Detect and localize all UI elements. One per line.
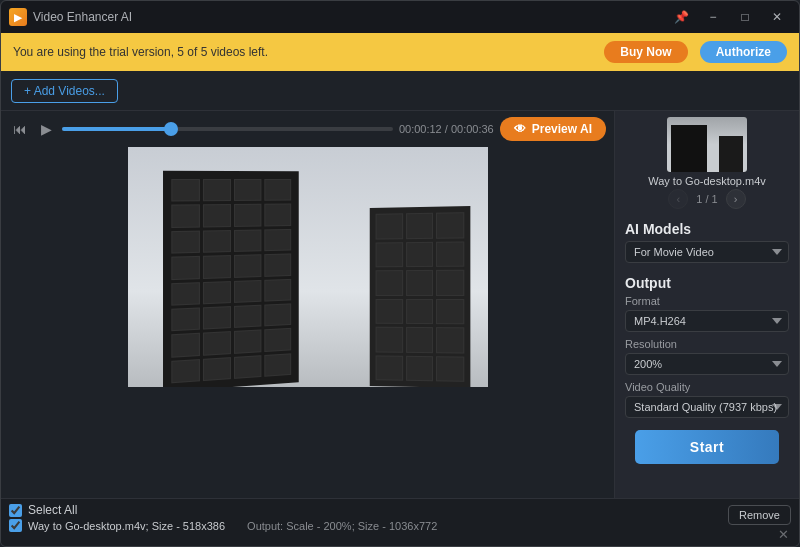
- select-all-label: Select All: [28, 503, 77, 517]
- time-display: 00:00:12 / 00:00:36: [399, 123, 494, 135]
- file-output: Output: Scale - 200%; Size - 1036x772: [247, 520, 437, 532]
- resolution-label: Resolution: [625, 338, 789, 350]
- skip-back-button[interactable]: ⏮: [9, 119, 31, 139]
- titlebar: ▶ Video Enhancer AI 📌 − □ ✕: [1, 1, 799, 33]
- video-area: ⏮ ▶ 00:00:12 / 00:00:36 👁 Preview AI: [1, 111, 614, 498]
- titlebar-controls: 📌 − □ ✕: [667, 7, 791, 27]
- seekbar-thumb[interactable]: [164, 122, 178, 136]
- app-icon: ▶: [9, 8, 27, 26]
- format-select[interactable]: MP4.H264: [625, 310, 789, 332]
- file-name: Way to Go-desktop.m4v; Size - 518x386: [28, 520, 225, 532]
- trial-banner: You are using the trial version, 5 of 5 …: [1, 33, 799, 71]
- ai-models-title: AI Models: [625, 221, 789, 237]
- seekbar[interactable]: [62, 127, 393, 131]
- building-right: [369, 206, 469, 387]
- file-list-area: Select All Remove Way to Go-desktop.m4v;…: [1, 498, 799, 547]
- output-section: Output Format MP4.H264 Resolution 200% V…: [625, 269, 789, 424]
- titlebar-left: ▶ Video Enhancer AI: [9, 8, 132, 26]
- thumbnail-label: Way to Go-desktop.m4v: [648, 175, 766, 187]
- page-indicator: 1 / 1: [696, 193, 717, 205]
- toolbar: + Add Videos...: [1, 71, 799, 111]
- select-all-row: Select All Remove: [9, 503, 791, 517]
- remove-button[interactable]: Remove: [728, 505, 791, 525]
- app-title: Video Enhancer AI: [33, 10, 132, 24]
- right-panel: Way to Go-desktop.m4v ‹ 1 / 1 › AI Model…: [614, 111, 799, 498]
- video-quality-label: Video Quality: [625, 381, 789, 393]
- seekbar-row: ⏮ ▶ 00:00:12 / 00:00:36 👁 Preview AI: [9, 117, 606, 141]
- minimize-button[interactable]: −: [699, 7, 727, 27]
- thumbnail-image: [667, 117, 747, 172]
- select-all-checkbox[interactable]: [9, 504, 22, 517]
- output-title: Output: [625, 275, 789, 291]
- thumbnail-navigation: ‹ 1 / 1 ›: [668, 189, 745, 209]
- add-videos-button[interactable]: + Add Videos...: [11, 79, 118, 103]
- resolution-select[interactable]: 200%: [625, 353, 789, 375]
- next-thumbnail-button[interactable]: ›: [726, 189, 746, 209]
- file-row: Way to Go-desktop.m4v; Size - 518x386 Ou…: [9, 519, 791, 532]
- file-close-button[interactable]: ✕: [778, 527, 789, 542]
- file-checkbox[interactable]: [9, 519, 22, 532]
- eye-icon: 👁: [514, 122, 526, 136]
- play-button[interactable]: ▶: [37, 119, 56, 139]
- building-scene: [128, 147, 488, 387]
- start-button[interactable]: Start: [635, 430, 779, 464]
- building-right-windows: [375, 212, 463, 382]
- main-content: ⏮ ▶ 00:00:12 / 00:00:36 👁 Preview AI: [1, 111, 799, 498]
- format-label: Format: [625, 295, 789, 307]
- buy-now-button[interactable]: Buy Now: [604, 41, 687, 63]
- pin-button[interactable]: 📌: [667, 7, 695, 27]
- close-button[interactable]: ✕: [763, 7, 791, 27]
- thumbnail-area: Way to Go-desktop.m4v ‹ 1 / 1 ›: [625, 117, 789, 209]
- ai-model-select[interactable]: For Movie Video: [625, 241, 789, 263]
- building-left-windows: [171, 179, 291, 383]
- video-preview: [128, 147, 488, 387]
- ai-models-section: AI Models For Movie Video: [625, 215, 789, 269]
- prev-thumbnail-button[interactable]: ‹: [668, 189, 688, 209]
- authorize-button[interactable]: Authorize: [700, 41, 787, 63]
- banner-message: You are using the trial version, 5 of 5 …: [13, 45, 592, 59]
- building-left: [163, 171, 299, 387]
- maximize-button[interactable]: □: [731, 7, 759, 27]
- video-quality-select[interactable]: Standard Quality (7937 kbps): [625, 396, 789, 418]
- preview-ai-label: Preview AI: [532, 122, 592, 136]
- seekbar-fill: [62, 127, 171, 131]
- preview-ai-button[interactable]: 👁 Preview AI: [500, 117, 606, 141]
